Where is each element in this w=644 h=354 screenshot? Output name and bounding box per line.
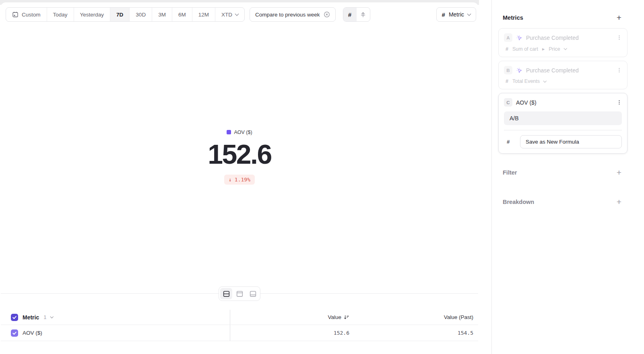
breakdown-title: Breakdown (503, 199, 534, 205)
range-30d[interactable]: 30D (130, 8, 152, 21)
range-3m[interactable]: 3M (152, 8, 172, 21)
row-value-cell: 152.6 (230, 330, 349, 336)
range-today[interactable]: Today (47, 8, 74, 21)
range-6m[interactable]: 6M (172, 8, 192, 21)
remove-compare-icon[interactable] (324, 11, 330, 18)
add-metric-button[interactable]: + (617, 15, 621, 21)
aggregation-label: Sum of cart (512, 46, 538, 52)
chevron-down-icon (235, 12, 239, 16)
kebab-menu-icon[interactable] (617, 99, 622, 105)
range-custom[interactable]: Custom (6, 8, 47, 21)
metric-badge-b: B (504, 66, 512, 74)
select-all-checkbox[interactable] (11, 314, 18, 321)
big-number-panel: AOV ($) 152.6 ↓ 1.19% (1, 129, 478, 185)
aggregation-selector[interactable]: # Sum of cart ▸ Price (504, 46, 622, 52)
hash-icon: # (442, 11, 445, 18)
date-range-group: Custom Today Yesterday 7D 30D 3M 6M 12M … (6, 7, 245, 22)
metric-cards: A Purchase Completed (498, 28, 627, 154)
metric-card-a: A Purchase Completed (498, 28, 627, 57)
value-header-cell[interactable]: Value (230, 314, 349, 320)
metric-event-name: Purchase Completed (526, 35, 579, 41)
row-value: 152.6 (334, 330, 349, 336)
row-checkbox[interactable] (11, 329, 18, 337)
split-layout-icon (223, 290, 230, 298)
aggregation-label: Total Events (512, 78, 540, 84)
formula-text: A/B (510, 115, 519, 121)
chevron-down-icon (467, 12, 471, 16)
metrics-title: Metrics (503, 14, 523, 21)
save-button-label: Save as New Formula (526, 139, 579, 145)
formula-card-c: C AOV ($) A/B # Save as New Formula (498, 93, 627, 154)
chevron-down-icon (543, 79, 547, 82)
metric-badge-a: A (504, 33, 512, 42)
compare-chip-label: Compare to previous week (255, 12, 320, 18)
event-icon (516, 35, 522, 41)
metric-card-b: B Purchase Completed (498, 61, 627, 89)
query-builder-sidebar: Metrics + A Purchase Complete (491, 0, 644, 354)
range-12m[interactable]: 12M (192, 8, 215, 21)
down-arrow-icon: ↓ (229, 177, 232, 183)
metric-header-cell: Metric 1 (1, 310, 230, 325)
delta-value: 1.19% (235, 177, 250, 183)
metric-count: 1 (43, 314, 46, 320)
results-table: Metric 1 Value Va (1, 310, 478, 341)
row-past-value-cell: 154.5 (349, 330, 478, 336)
toolbar: Custom Today Yesterday 7D 30D 3M 6M 12M … (6, 7, 477, 22)
filter-title: Filter (503, 169, 517, 176)
chevron-down-icon[interactable] (50, 315, 54, 318)
range-label: Custom (22, 12, 41, 18)
add-breakdown-button[interactable]: + (617, 199, 621, 205)
row-name-cell: AOV ($) (1, 325, 230, 341)
breakdown-section-header: Breakdown + (492, 198, 644, 206)
split-layout-toggle[interactable] (220, 288, 232, 299)
hash-icon: # (506, 46, 508, 52)
metric-button-label: Metric (449, 11, 464, 18)
metrics-section-header: Metrics + (492, 14, 644, 22)
number-view-toggle[interactable]: # (343, 8, 357, 21)
range-yesterday[interactable]: Yesterday (74, 8, 111, 21)
chevron-down-icon (564, 47, 567, 50)
sort-descending-icon (343, 314, 349, 320)
past-value-header-cell[interactable]: Value (Past) (349, 314, 478, 320)
bottom-panel-icon (249, 290, 257, 298)
legend-color-swatch (227, 130, 231, 134)
chart-layout-toggle[interactable] (233, 288, 246, 299)
insights-report: Custom Today Yesterday 7D 30D 3M 6M 12M … (0, 0, 644, 354)
top-panel-icon (236, 290, 244, 298)
separator-triangle-icon: ▸ (542, 46, 545, 52)
row-metric-name: AOV ($) (23, 330, 42, 336)
compare-chip[interactable]: Compare to previous week (250, 7, 336, 22)
hash-icon: # (348, 11, 351, 18)
big-number-value: 152.6 (1, 140, 478, 169)
legend-label: AOV ($) (234, 130, 252, 135)
save-as-new-formula-button[interactable]: Save as New Formula (520, 135, 622, 148)
table-header-row: Metric 1 Value Va (1, 310, 478, 325)
metric-event-name: Purchase Completed (526, 67, 579, 74)
hash-icon: # (504, 139, 520, 145)
report-canvas: Custom Today Yesterday 7D 30D 3M 6M 12M … (1, 2, 478, 354)
calendar-icon (12, 11, 19, 18)
metric-dropdown-button[interactable]: # Metric (436, 7, 476, 22)
past-column-label: Value (Past) (444, 314, 473, 320)
card-divider (504, 130, 622, 130)
metric-column-label: Metric (23, 314, 39, 321)
trend-view-toggle[interactable] (357, 8, 370, 21)
add-filter-button[interactable]: + (617, 170, 621, 175)
kebab-menu-icon[interactable] (617, 67, 622, 73)
formula-name: AOV ($) (516, 99, 537, 106)
aggregation-selector[interactable]: # Total Events (504, 78, 622, 84)
range-7d[interactable]: 7D (110, 8, 130, 21)
table-layout-toggle[interactable] (247, 288, 259, 299)
value-column-label: Value (328, 314, 341, 320)
metric-legend: AOV ($) (227, 130, 252, 135)
layout-toggle-group (219, 286, 260, 301)
hash-icon: # (506, 78, 508, 84)
table-row: AOV ($) 152.6 154.5 (1, 325, 478, 341)
value-display-segmented-control: # (343, 7, 370, 22)
kebab-menu-icon[interactable] (617, 35, 622, 41)
formula-input[interactable]: A/B (504, 111, 622, 125)
filter-section-header: Filter + (492, 169, 644, 177)
main-area: Custom Today Yesterday 7D 30D 3M 6M 12M … (0, 0, 491, 354)
row-past-value: 154.5 (458, 330, 473, 336)
range-xtd[interactable]: XTD (215, 8, 244, 21)
